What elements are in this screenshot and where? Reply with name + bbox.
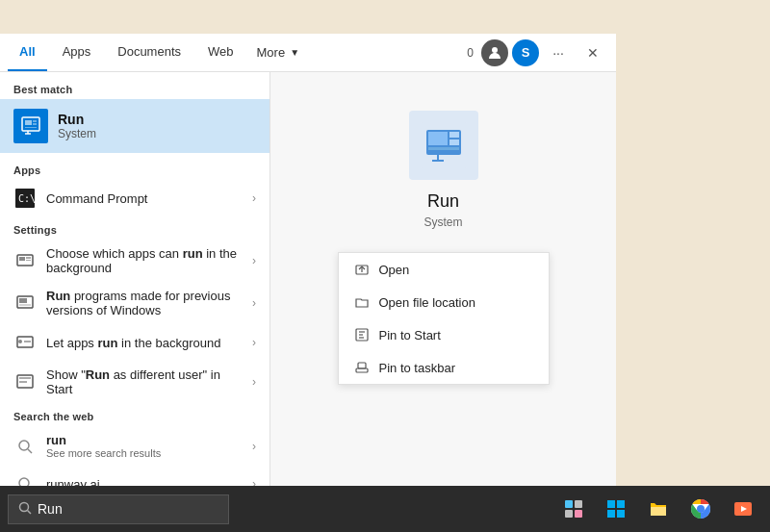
tab-apps[interactable]: Apps: [51, 34, 103, 71]
svg-rect-4: [33, 120, 37, 122]
svg-rect-3: [25, 127, 37, 128]
svg-point-0: [492, 47, 498, 53]
chevron-down-icon: ▼: [290, 47, 299, 58]
chevron-right-3-icon: ›: [252, 296, 256, 310]
command-prompt-icon: C:\: [13, 187, 37, 210]
explorer-icon[interactable]: [639, 490, 678, 528]
svg-rect-55: [607, 510, 615, 518]
search-input[interactable]: [38, 501, 218, 517]
context-file-location[interactable]: Open file location: [339, 286, 549, 318]
let-apps-label: Let apps run in the background: [46, 336, 243, 350]
context-pin-start[interactable]: Pin to Start: [339, 318, 549, 351]
search-input-wrap[interactable]: [8, 494, 229, 524]
show-run-icon: [13, 370, 37, 393]
best-match-text: Run System: [58, 112, 96, 140]
tabs-bar: All Apps Documents Web More ▼ 0 S ··· ✕: [0, 34, 616, 72]
run-app-icon: [13, 109, 48, 143]
best-match-item[interactable]: Run System: [0, 99, 270, 153]
open-icon: [354, 262, 370, 277]
svg-point-58: [697, 505, 705, 513]
tab-all[interactable]: All: [8, 34, 47, 71]
show-run-item[interactable]: Show "Run as different user" in Start ›: [0, 361, 270, 403]
file-location-label: Open file location: [379, 295, 475, 310]
show-run-label: Show "Run as different user" in Start: [46, 367, 243, 396]
settings-section-label: Settings: [0, 216, 270, 240]
context-open[interactable]: Open: [339, 253, 549, 286]
widgets-icon[interactable]: [554, 490, 593, 528]
folder-icon: [354, 294, 370, 310]
web-section-label: Search the web: [0, 403, 270, 426]
open-label: Open: [379, 263, 410, 277]
svg-point-25: [19, 478, 29, 486]
command-prompt-item[interactable]: C:\ Command Prompt ›: [0, 180, 270, 216]
chrome-icon[interactable]: [681, 490, 720, 528]
svg-rect-56: [617, 510, 625, 518]
svg-rect-5: [33, 123, 37, 125]
background-apps-icon: [13, 249, 37, 272]
web-run-item[interactable]: run See more search results ›: [0, 426, 270, 466]
results-panel: Best match Run System: [0, 72, 270, 486]
svg-rect-19: [24, 341, 31, 342]
runway-ai-item[interactable]: runway ai ›: [0, 466, 270, 486]
svg-rect-51: [565, 510, 573, 518]
background-apps-label: Choose which apps can run in the backgro…: [46, 246, 243, 275]
svg-rect-15: [19, 298, 27, 303]
svg-point-23: [19, 441, 29, 450]
svg-rect-11: [19, 257, 25, 261]
svg-point-18: [18, 340, 22, 343]
svg-rect-45: [356, 368, 368, 372]
context-pin-taskbar[interactable]: Pin to taskbar: [339, 351, 549, 384]
taskbar: [0, 486, 770, 532]
close-button[interactable]: ✕: [578, 38, 608, 68]
user-avatar[interactable]: S: [512, 39, 539, 66]
svg-rect-53: [607, 500, 615, 508]
best-match-label: Best match: [0, 76, 270, 99]
detail-name: Run: [427, 191, 459, 212]
apps-section-label: Apps: [0, 157, 270, 180]
background-apps-item[interactable]: Choose which apps can run in the backgro…: [0, 240, 270, 282]
detail-subtitle: System: [424, 215, 462, 229]
web-run-label: run See more search results: [46, 433, 243, 459]
let-apps-item[interactable]: Let apps run in the background ›: [0, 324, 270, 361]
svg-rect-34: [449, 132, 459, 138]
runway-ai-label: runway ai: [46, 477, 243, 487]
svg-rect-50: [575, 500, 582, 508]
chevron-right-4-icon: ›: [252, 336, 256, 349]
profile-icon[interactable]: [481, 39, 508, 66]
chevron-right-icon: ›: [252, 191, 256, 205]
chevron-right-7-icon: ›: [252, 477, 256, 486]
svg-line-24: [28, 449, 32, 453]
search-web-2-icon: [13, 472, 37, 486]
more-options-button[interactable]: ···: [543, 38, 574, 68]
chevron-right-2-icon: ›: [252, 254, 256, 267]
chevron-right-5-icon: ›: [252, 375, 256, 389]
prev-versions-icon: [13, 291, 37, 315]
tab-documents[interactable]: Documents: [106, 34, 192, 71]
tab-web[interactable]: Web: [196, 34, 245, 71]
svg-rect-46: [358, 363, 366, 368]
pin-taskbar-label: Pin to taskbar: [379, 361, 456, 375]
let-apps-icon: [13, 331, 37, 354]
search-panel: All Apps Documents Web More ▼ 0 S ··· ✕ …: [0, 34, 616, 486]
tab-more[interactable]: More ▼: [249, 38, 308, 67]
detail-app-icon: [409, 111, 478, 180]
svg-rect-2: [25, 120, 32, 125]
svg-rect-13: [26, 260, 31, 261]
svg-line-48: [28, 510, 32, 514]
start-icon[interactable]: [597, 490, 635, 528]
context-menu: Open Open file location: [338, 252, 550, 385]
taskbar-icons: [554, 490, 762, 528]
pin-taskbar-icon: [354, 360, 370, 375]
pin-start-icon: [354, 327, 370, 342]
svg-point-47: [20, 502, 29, 511]
media-icon[interactable]: [724, 490, 762, 528]
prev-versions-item[interactable]: Run programs made for previous versions …: [0, 282, 270, 324]
svg-rect-12: [26, 257, 31, 259]
search-icon: [18, 501, 32, 518]
svg-rect-22: [19, 381, 27, 383]
svg-rect-35: [449, 139, 459, 145]
svg-rect-36: [428, 147, 459, 150]
command-prompt-label: Command Prompt: [46, 191, 243, 206]
svg-rect-33: [428, 132, 448, 145]
svg-rect-21: [19, 377, 31, 379]
